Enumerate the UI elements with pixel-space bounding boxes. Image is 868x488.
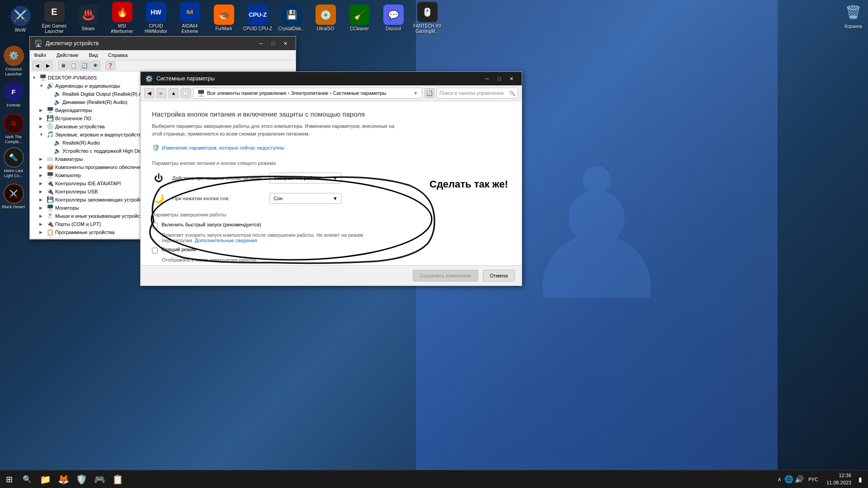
cancel-button[interactable]: Отмена — [483, 270, 515, 282]
taskbar-running-apps: 📁 🦊 🛡️ 🎮 📋 — [36, 470, 127, 488]
msi-afterburner-icon[interactable]: 🔥 MSIAfterburner — [106, 1, 138, 35]
change-params-link[interactable]: 🛡️ Изменение параметров, которые сейчас … — [152, 144, 510, 151]
system-tray-icons: ∧ 🌐 🔊 — [776, 475, 804, 483]
dm-maximize-button[interactable]: □ — [268, 39, 279, 48]
cpuid-hwmonitor-icon[interactable]: HW CPUIDHWMonitor — [140, 1, 172, 35]
breadcrumb-text: Все элементы панели управления › Электро… — [207, 90, 387, 96]
sys-settings-title: Системные параметры — [156, 75, 478, 82]
fast-startup-link[interactable]: Дополнительные сведения — [195, 238, 257, 243]
device-manager-toolbar: ◀ ▶ 🖥 📋 🔄 👁 ❓ — [30, 60, 296, 71]
ss-forward-button[interactable]: ▶ — [156, 88, 166, 98]
taskbar-app5[interactable]: 📋 — [108, 470, 127, 488]
discord-icon[interactable]: 💬 Discord — [377, 1, 409, 35]
ss-minimize-button[interactable]: ─ — [481, 74, 493, 83]
page-desc: Выберите параметры завершения работы для… — [152, 122, 510, 137]
ccleaner-icon[interactable]: 🧹 CCleaner — [344, 1, 375, 35]
dm-menu-file[interactable]: Файл — [32, 52, 48, 59]
dm-close-button[interactable]: ✕ — [280, 39, 291, 48]
taskbar-time-value: 12:36 — [826, 472, 851, 479]
taskbar-right-area: ∧ 🌐 🔊 РУС 12:36 11.08.2023 ▮ — [776, 470, 868, 488]
dm-minimize-button[interactable]: ─ — [255, 39, 267, 48]
recycle-bin-icon[interactable]: 🗑️ Корзина — [843, 2, 863, 29]
taskbar-language[interactable]: РУС — [806, 477, 821, 482]
crossout-launcher-icon[interactable]: ⚙️ CrossoutLauncher — [1, 45, 26, 77]
device-manager-menu: Файл Действие Вид Справка — [30, 50, 296, 60]
furmark-icon[interactable]: 🦔 FurMark — [208, 1, 240, 35]
ss-close-button[interactable]: ✕ — [506, 74, 517, 83]
left-app-icons: ⚙️ CrossoutLauncher F Fortnite N Nioh Th… — [0, 43, 27, 488]
taskbar-date-value: 11.08.2023 — [826, 479, 851, 486]
taskbar-show-desktop[interactable]: ▮ — [857, 476, 863, 483]
taskbar-firefox[interactable]: 🦊 — [54, 470, 72, 488]
ss-maximize-button[interactable]: □ — [494, 74, 505, 83]
power-button-label: Действие при нажатии кнопки питания: — [172, 175, 263, 181]
cpuid-cpuz-icon[interactable]: CPU-Z CPUID CPU-Z — [242, 1, 274, 35]
sleep-mode-row: Спящий режим — [152, 247, 510, 253]
nioh-icon[interactable]: N Nioh TheComple... — [1, 113, 26, 145]
ss-refresh-button[interactable]: 🔄 — [425, 88, 434, 98]
sys-settings-titlebar: ⚙️ Системные параметры ─ □ ✕ — [141, 72, 522, 85]
fantech-icon[interactable]: 🖱️ FANTECH X9GamingM... — [411, 1, 443, 35]
taskbar-clock: 12:36 11.08.2023 — [823, 472, 855, 486]
device-manager-title: Диспетчер устройств — [46, 40, 252, 47]
dm-properties-btn[interactable]: 📋 — [69, 61, 79, 70]
button-section-title: Параметры кнопки питания и кнопки спящег… — [152, 160, 510, 166]
metro-last-light-icon[interactable]: 🔦 Metro LastLight Co... — [1, 147, 26, 178]
dm-menu-view[interactable]: Вид — [87, 52, 99, 59]
dm-computer-btn[interactable]: 🖥 — [58, 61, 68, 70]
wow-icon[interactable]: ⚔️ WoW — [5, 2, 36, 36]
power-button-dropdown[interactable]: Завершение работы ▼ — [269, 173, 342, 183]
fast-startup-desc: Помогает ускорить запуск компьютера посл… — [162, 232, 510, 243]
sys-settings-breadcrumb: 🖥️ Все элементы панели управления › Элек… — [193, 88, 422, 99]
shutdown-section-title: Параметры завершения работы — [152, 212, 510, 217]
taskbar-search-button[interactable]: 🔍 — [18, 470, 36, 488]
taskbar-shield[interactable]: 🛡️ — [72, 470, 90, 488]
tray-volume-icon[interactable]: 🔊 — [795, 475, 804, 483]
start-button[interactable]: ⊞ — [0, 470, 18, 488]
sleep-button-icon: 🌙 — [152, 192, 165, 205]
dm-menu-help[interactable]: Справка — [106, 52, 129, 59]
epic-games-icon[interactable]: E Epic GamesLauncher — [38, 1, 70, 35]
sys-settings-toolbar: ◀ ▶ ▲ 🕐 🖥️ Все элементы панели управлени… — [141, 85, 522, 101]
sys-settings-footer: Сохранить изменения Отмена — [141, 265, 522, 286]
ss-recent-button[interactable]: 🕐 — [181, 88, 191, 98]
top-app-icons-bar: ⚔️ WoW E Epic GamesLauncher ♨️ Steam 🔥 M… — [0, 0, 868, 36]
ultraiso-icon[interactable]: 💿 UltraISO — [310, 1, 341, 35]
taskbar-app4[interactable]: 🎮 — [90, 470, 108, 488]
annotation-text: Сделать так же! — [429, 178, 508, 190]
ss-up-button[interactable]: ▲ — [169, 88, 179, 98]
save-changes-button[interactable]: Сохранить изменения — [413, 270, 478, 282]
dm-forward-btn[interactable]: ▶ — [43, 61, 53, 70]
page-title: Настройка кнопок питания и включение защ… — [152, 110, 510, 118]
sys-settings-search[interactable]: Поиск в панели управления 🔍 — [437, 88, 518, 99]
ss-back-button[interactable]: ◀ — [144, 88, 154, 98]
steam-icon[interactable]: ♨️ Steam — [72, 1, 104, 35]
fast-startup-row: Включить быстрый запуск (рекомендуется) — [152, 222, 510, 229]
taskbar: ⊞ 🔍 📁 🦊 🛡️ 🎮 📋 ∧ 🌐 🔊 РУС 12:36 11.08.202… — [0, 470, 868, 488]
tray-arrow[interactable]: ∧ — [776, 476, 783, 483]
sleep-button-label: При нажатии кнопки сна: — [172, 196, 263, 201]
fast-startup-checkbox[interactable] — [152, 223, 158, 229]
dm-back-btn[interactable]: ◀ — [32, 61, 42, 70]
desktop: ♟ ⚔️ WoW E Epic GamesLauncher ♨️ Steam — [0, 0, 868, 488]
dm-show-btn[interactable]: 👁 — [90, 61, 100, 70]
fortnite-icon[interactable]: F Fortnite — [1, 79, 26, 111]
sleep-button-row: 🌙 При нажатии кнопки сна: Сон ▼ — [152, 192, 510, 205]
dm-menu-action[interactable]: Действие — [55, 52, 80, 59]
power-button-icon: ⏻ — [152, 171, 165, 185]
tray-network-icon[interactable]: 🌐 — [784, 475, 793, 483]
sleep-mode-checkbox[interactable] — [152, 248, 158, 253]
black-desert-icon[interactable]: ⚔️ Black Desert — [1, 181, 26, 212]
dm-help-btn[interactable]: ❓ — [105, 61, 115, 70]
device-manager-titlebar: 🖥️ Диспетчер устройств ─ □ ✕ — [30, 37, 296, 50]
sleep-button-dropdown[interactable]: Сон ▼ — [269, 193, 342, 204]
crystaldisk-icon[interactable]: 💾 CrystalDisk... — [276, 1, 307, 35]
dm-scan-btn[interactable]: 🔄 — [80, 61, 90, 70]
aida64-icon[interactable]: 64 AIDA64Extreme — [174, 1, 206, 35]
taskbar-explorer[interactable]: 📁 — [36, 470, 54, 488]
sleep-mode-desc: Отображать в меню завершения работы. — [162, 257, 510, 263]
